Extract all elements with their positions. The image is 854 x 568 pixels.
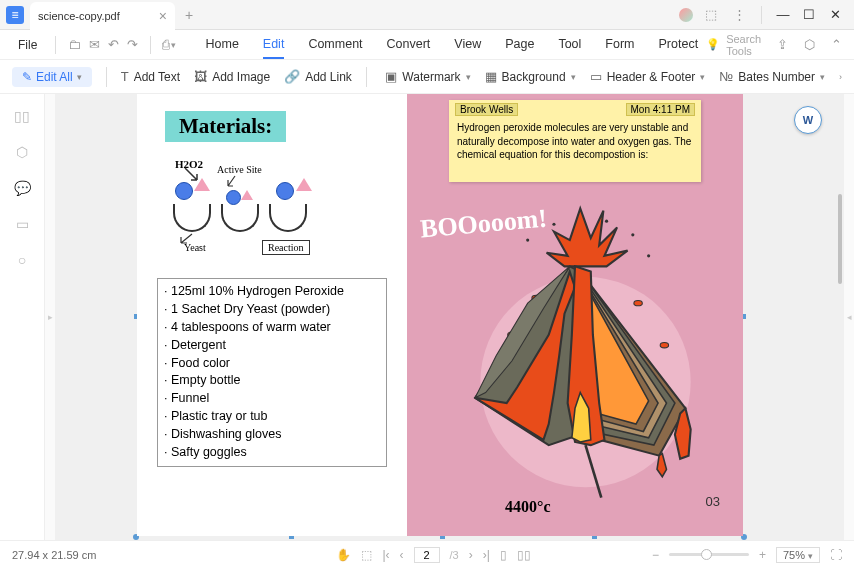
sticky-body[interactable]: Hydrogen peroxide molecules are very uns… — [449, 119, 701, 182]
menu-edit[interactable]: Edit — [263, 31, 285, 59]
menu-home[interactable]: Home — [205, 31, 238, 59]
page-total: /3 — [450, 549, 459, 561]
canvas[interactable]: Materials: H2O2 Yeast Active Site — [55, 94, 836, 540]
prev-page-icon[interactable]: ‹ — [400, 548, 404, 562]
page-right: Brook Wells Mon 4:11 PM Hydrogen peroxid… — [407, 94, 743, 536]
collapse-ribbon-icon[interactable]: ⌃ — [831, 37, 842, 52]
menu-tool[interactable]: Tool — [558, 31, 581, 59]
minimize-button[interactable]: — — [774, 7, 792, 22]
sticky-note[interactable]: Brook Wells Mon 4:11 PM Hydrogen peroxid… — [449, 100, 701, 182]
menu-comment[interactable]: Comment — [308, 31, 362, 59]
dimensions-label: 27.94 x 21.59 cm — [12, 549, 96, 561]
redo-icon[interactable]: ↷ — [127, 37, 138, 52]
page-input[interactable] — [414, 547, 440, 563]
header-footer-button[interactable]: ▭Header & Footer▾ — [590, 69, 706, 84]
zoom-thumb[interactable] — [701, 549, 712, 560]
expand-right-handle[interactable]: ◂ — [844, 94, 854, 540]
add-link-button[interactable]: 🔗Add Link — [284, 69, 352, 84]
tab-title: science-copy.pdf — [38, 10, 120, 22]
maximize-button[interactable]: ☐ — [800, 7, 818, 22]
select-tool-icon[interactable]: ⬚ — [361, 548, 372, 562]
yeast-label: Yeast — [184, 242, 206, 253]
svg-point-2 — [552, 223, 555, 226]
hand-tool-icon[interactable]: ✋ — [336, 548, 351, 562]
two-page-icon[interactable]: ▯▯ — [517, 548, 531, 562]
comment-panel-icon[interactable]: 💬 — [14, 180, 30, 196]
search-placeholder[interactable]: Search Tools — [726, 33, 761, 57]
last-page-icon[interactable]: ›| — [483, 548, 490, 562]
hf-icon: ▭ — [590, 69, 602, 84]
vertical-scrollbar[interactable] — [836, 94, 844, 540]
user-avatar-icon[interactable] — [679, 8, 693, 22]
svg-point-5 — [631, 233, 634, 236]
scroll-thumb[interactable] — [838, 194, 842, 284]
expand-left-handle[interactable]: ▸ — [45, 94, 55, 540]
zoom-in-icon[interactable]: + — [759, 548, 766, 562]
sticky-time: Mon 4:11 PM — [626, 103, 695, 116]
yeast-arc — [173, 204, 211, 232]
materials-list[interactable]: 125ml 10% Hydrogen Peroxide 1 Sachet Dry… — [157, 278, 387, 467]
menu-convert[interactable]: Convert — [387, 31, 431, 59]
toolbar-overflow-icon[interactable]: › — [839, 69, 842, 84]
cloud-icon[interactable]: ⬡ — [804, 37, 815, 52]
text-icon: T — [121, 69, 129, 84]
add-text-button[interactable]: TAdd Text — [121, 69, 180, 84]
list-item: 4 tablespoons of warm water — [162, 319, 382, 337]
add-image-button[interactable]: 🖼Add Image — [194, 69, 270, 84]
print-icon[interactable]: ⎙ — [162, 37, 170, 52]
more-icon[interactable]: ⋮ — [729, 7, 749, 22]
menu-protect[interactable]: Protect — [659, 31, 699, 59]
link-icon: 🔗 — [284, 69, 300, 84]
first-page-icon[interactable]: |‹ — [382, 548, 389, 562]
list-item: Plastic tray or tub — [162, 408, 382, 426]
single-page-icon[interactable]: ▯ — [500, 548, 507, 562]
diagram-circle — [226, 190, 241, 205]
file-menu[interactable]: File — [12, 38, 43, 52]
tab-close-icon[interactable]: × — [159, 8, 167, 24]
share-icon[interactable]: ⇪ — [777, 37, 788, 52]
mail-icon[interactable]: ✉ — [89, 37, 100, 52]
menu-view[interactable]: View — [454, 31, 481, 59]
enzyme-diagram[interactable]: H2O2 Yeast Active Site — [161, 160, 385, 270]
menu-form[interactable]: Form — [605, 31, 634, 59]
zoom-out-icon[interactable]: − — [652, 548, 659, 562]
materials-heading[interactable]: Materials: — [165, 111, 286, 142]
list-item: 1 Sachet Dry Yeast (powder) — [162, 301, 382, 319]
volcano-svg — [412, 191, 738, 531]
zoom-percent[interactable]: 75% ▾ — [776, 547, 820, 563]
list-item: Funnel — [162, 390, 382, 408]
document-tab[interactable]: science-copy.pdf × — [30, 2, 175, 30]
attachment-icon[interactable]: ▭ — [14, 216, 30, 232]
watermark-button[interactable]: ▣Watermark▾ — [385, 69, 470, 84]
next-page-icon[interactable]: › — [469, 548, 473, 562]
add-tab-icon[interactable]: + — [185, 7, 193, 23]
bulb-icon[interactable]: 💡 — [706, 38, 720, 51]
active-site-label: Active Site — [217, 164, 262, 175]
yeast-arc — [221, 204, 259, 232]
list-item: 125ml 10% Hydrogen Peroxide — [162, 283, 382, 301]
volcano-illustration[interactable]: BOOooom! — [412, 191, 738, 531]
print-dd-icon[interactable]: ▾ — [170, 40, 177, 50]
reaction-label: Reaction — [262, 240, 310, 255]
document-page[interactable]: Materials: H2O2 Yeast Active Site — [137, 94, 743, 536]
logo-icon: ≡ — [6, 6, 24, 24]
bookmark-icon[interactable]: ⬡ — [14, 144, 30, 160]
arrow-icon — [225, 174, 239, 190]
background-button[interactable]: ▦Background▾ — [485, 69, 576, 84]
word-export-button[interactable]: W — [794, 106, 822, 134]
undo-icon[interactable]: ↶ — [108, 37, 119, 52]
page-number: 03 — [706, 494, 720, 509]
bates-number-button[interactable]: №Bates Number▾ — [719, 69, 825, 84]
zoom-slider[interactable] — [669, 553, 749, 556]
yeast-arc — [269, 204, 307, 232]
fit-screen-icon[interactable]: ⛶ — [830, 548, 842, 562]
save-icon[interactable]: 🗀 — [68, 37, 81, 52]
message-icon[interactable]: ⬚ — [701, 7, 721, 22]
search-panel-icon[interactable]: ○ — [14, 252, 30, 268]
thumbnails-icon[interactable]: ▯▯ — [14, 108, 30, 124]
edit-all-button[interactable]: ✎Edit All▾ — [12, 67, 92, 87]
close-window-button[interactable]: ✕ — [826, 7, 844, 22]
list-item: Detergent — [162, 337, 382, 355]
app-logo[interactable]: ≡ — [0, 0, 30, 30]
menu-page[interactable]: Page — [505, 31, 534, 59]
